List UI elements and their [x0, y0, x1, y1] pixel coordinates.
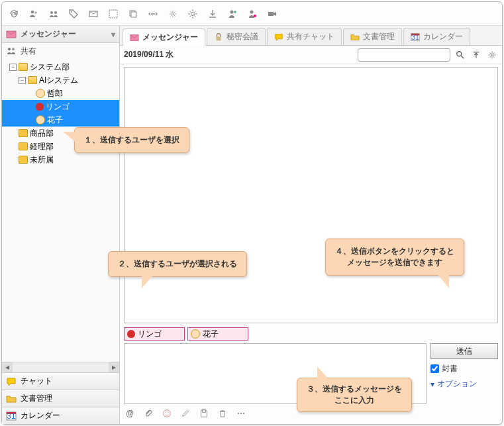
sidebar-hscroll[interactable]: ◂▸ [2, 362, 119, 372]
nav-chat[interactable]: チャット [2, 372, 119, 390]
user-icon [36, 115, 45, 125]
svg-rect-22 [217, 36, 221, 40]
triangle-down-icon: ▾ [430, 380, 434, 389]
svg-point-1 [34, 11, 37, 14]
tree-ai[interactable]: −AIシステム [2, 74, 119, 87]
svg-point-10 [191, 12, 195, 15]
main-panel: メッセンジャー 秘密会議 共有チャット 文書管理 31カレンダー 2019/09… [120, 26, 502, 424]
search-icon[interactable] [454, 49, 466, 61]
tab-shared-chat[interactable]: 共有チャット [267, 28, 342, 45]
tab-messenger[interactable]: メッセンジャー [123, 28, 205, 46]
svg-point-2 [50, 11, 53, 14]
tree-user-tetsuro[interactable]: 哲郎 [2, 87, 119, 100]
tab-bar: メッセンジャー 秘密会議 共有チャット 文書管理 31カレンダー [120, 26, 502, 46]
svg-rect-14 [268, 12, 274, 16]
user-icon [36, 89, 45, 98]
svg-point-0 [31, 10, 34, 13]
tab-docs[interactable]: 文書管理 [343, 28, 402, 45]
nav-docs[interactable]: 文書管理 [2, 390, 119, 407]
svg-text:31: 31 [411, 32, 419, 40]
date-bar: 2019/09/11 水 [120, 46, 502, 64]
recipient-chip-hanako[interactable]: 花子 [187, 327, 248, 341]
tag-icon[interactable] [67, 7, 80, 21]
collapse-icon[interactable]: − [9, 64, 17, 71]
group-small-icon [6, 46, 17, 56]
refresh-icon[interactable] [7, 7, 21, 21]
save-icon[interactable] [198, 407, 210, 419]
settings-icon[interactable] [486, 49, 498, 61]
group-icon[interactable] [47, 7, 60, 21]
sidebar-header-label: メッセンジャー [21, 28, 76, 40]
svg-point-4 [71, 11, 72, 13]
delete-icon[interactable] [217, 407, 228, 419]
options-toggle[interactable]: ▾オプション [430, 378, 498, 390]
svg-point-11 [230, 10, 234, 13]
svg-text:31: 31 [7, 411, 16, 421]
date-label: 2019/09/11 水 [124, 49, 174, 60]
more-icon[interactable]: ⋯ [235, 407, 247, 419]
sealed-checkbox[interactable]: 封書 [430, 363, 498, 374]
folder-icon [19, 129, 28, 137]
chat-icon [6, 376, 17, 387]
attachment-icon[interactable] [142, 407, 154, 419]
scroll-left-icon[interactable]: ◂ [2, 362, 13, 372]
envelope-icon [130, 33, 139, 42]
svg-point-3 [54, 11, 57, 14]
chevron-down-icon: ▾ [111, 30, 115, 39]
import-icon[interactable] [206, 7, 219, 21]
folder-icon [350, 32, 360, 42]
recipient-chip-ringo[interactable]: リンゴ [124, 327, 185, 341]
emoji-icon[interactable] [161, 407, 173, 419]
envelope-icon [6, 29, 17, 40]
svg-point-12 [250, 10, 254, 13]
svg-point-30 [168, 412, 168, 413]
select-icon[interactable] [107, 7, 120, 21]
svg-point-17 [12, 48, 15, 50]
mention-icon[interactable]: @ [124, 407, 136, 419]
sidebar: メッセンジャー ▾ 共有 −システム部 −AIシステム 哲郎 リンゴ 花子 商品… [2, 26, 120, 424]
folder-icon [19, 142, 28, 150]
tree-system[interactable]: −システム部 [2, 60, 119, 74]
callout-2: ２、送信するユーザが選択される [108, 251, 247, 277]
camera-icon[interactable] [266, 7, 279, 21]
tab-calendar[interactable]: 31カレンダー [403, 28, 470, 45]
folder-icon [19, 156, 28, 164]
tree-misyozoku[interactable]: 未所属 [2, 153, 119, 166]
edit-icon[interactable] [179, 407, 191, 419]
folder-nav-icon [6, 394, 17, 404]
new-message-icon[interactable] [87, 7, 100, 21]
scroll-right-icon[interactable]: ▸ [109, 362, 119, 372]
svg-point-26 [457, 51, 462, 56]
user-status-icon[interactable] [246, 7, 259, 21]
svg-point-29 [166, 412, 166, 413]
folder-tree: −システム部 −AIシステム 哲郎 リンゴ 花子 商品部 経理部 未所属 [2, 59, 119, 362]
recipient-row: リンゴ 花子 [124, 327, 498, 342]
share-label: 共有 [21, 46, 36, 57]
folder-icon [19, 63, 28, 71]
sidebar-header-messenger[interactable]: メッセンジャー ▾ [2, 26, 119, 43]
scroll-top-icon[interactable] [470, 49, 482, 61]
tree-user-ringo[interactable]: リンゴ [2, 100, 119, 113]
svg-rect-31 [202, 410, 205, 413]
calendar-icon: 31 [411, 32, 420, 42]
copy-icon[interactable] [126, 7, 140, 21]
collapse-icon[interactable]: − [19, 77, 26, 84]
callout-4: ４、送信ボタンをクリックするとメッセージを送信できます [325, 239, 464, 276]
search-input[interactable] [358, 48, 450, 62]
users-icon[interactable] [27, 7, 40, 21]
nav-calendar[interactable]: 31 カレンダー [2, 407, 119, 424]
gear-icon[interactable] [186, 7, 199, 21]
chat-icon [274, 32, 283, 42]
callout-1: １、送信するユーザを選択 [74, 127, 189, 153]
tree-user-hanako[interactable]: 花子 [2, 113, 119, 127]
svg-point-27 [491, 54, 493, 56]
share-header[interactable]: 共有 [2, 43, 119, 59]
apple-icon [127, 330, 135, 338]
main-toolbar [2, 2, 502, 26]
svg-point-16 [8, 48, 11, 50]
tab-secret[interactable]: 秘密会議 [207, 28, 266, 45]
gear-small-icon[interactable] [166, 7, 179, 21]
sync-icon[interactable] [146, 7, 160, 21]
send-button[interactable]: 送信 [430, 343, 498, 359]
add-user-icon[interactable] [226, 7, 239, 21]
